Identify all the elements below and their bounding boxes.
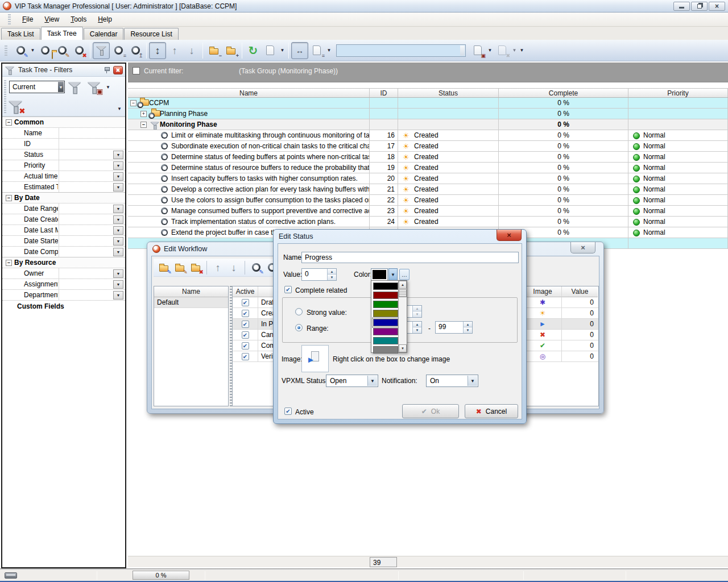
filter-row-date-range[interactable]: Date Range▼ (2, 203, 125, 214)
filter-preset-combobox[interactable]: Current ▼ (9, 81, 65, 93)
move-up-button[interactable]: ↑ (166, 42, 183, 59)
delete-report-dropdown[interactable]: ▼ (511, 42, 518, 59)
column-header-name[interactable]: Name (128, 89, 370, 97)
filter-row-status[interactable]: Status▼ (2, 149, 125, 160)
scroll-down-icon[interactable]: ▼ (399, 344, 407, 352)
delete-report-button[interactable]: ✖ (494, 42, 511, 59)
name-input[interactable]: Progress (301, 252, 519, 263)
menu-tools[interactable]: Tools (65, 14, 92, 25)
toolbar-overflow[interactable]: ▼ (518, 42, 526, 59)
expand-box[interactable]: − (140, 122, 147, 128)
active-checkbox[interactable]: ✔ (242, 321, 249, 328)
filters-close-button[interactable]: ✖ (113, 66, 123, 74)
active-checkbox[interactable]: ✔ (242, 331, 249, 339)
color-swatch[interactable] (371, 268, 388, 281)
value-spinner[interactable]: 0 ▲▼ (301, 268, 337, 281)
filter-row-actual-time[interactable]: Actual time▼ (2, 171, 125, 181)
export-dropdown[interactable]: ▼ (279, 42, 286, 59)
new-workflow-button[interactable]: ✎ (156, 260, 172, 275)
notification-select[interactable]: On ▼ (426, 375, 478, 387)
filter-dropdown-button[interactable]: ▼ (113, 172, 123, 181)
move-status-up-button[interactable]: ↑ (210, 260, 226, 275)
filter-row-owner[interactable]: Owner▼ (2, 268, 125, 278)
report-dropdown[interactable]: ▼ (325, 42, 333, 59)
palette-color[interactable] (373, 282, 398, 290)
active-checkbox[interactable]: ✔ (242, 299, 249, 306)
move-status-down-button[interactable]: ↓ (226, 260, 242, 275)
column-header-complete[interactable]: Complete (499, 89, 628, 97)
filter-dropdown-button[interactable]: ▼ (113, 280, 123, 289)
fit-columns-button[interactable]: ↔ (291, 42, 308, 59)
filter-row-estimated-time[interactable]: Estimated Time▼ (2, 181, 125, 192)
column-header-priority[interactable]: Priority (628, 89, 728, 97)
active-checkbox[interactable]: ✔ (284, 408, 292, 415)
column-header-id[interactable]: ID (370, 89, 398, 97)
color-combobox[interactable]: ▼ … (371, 268, 410, 281)
spin-down-icon[interactable]: ▼ (328, 275, 336, 280)
filter-row-id[interactable]: ID (2, 138, 125, 149)
task-row[interactable]: Develop a corrective action plan for eve… (128, 184, 728, 195)
apply-filter-button[interactable] (68, 81, 81, 93)
spin-up-icon[interactable]: ▲ (464, 322, 472, 327)
menu-view[interactable]: View (39, 14, 65, 25)
palette-color[interactable] (373, 292, 398, 299)
move-down-button[interactable]: ↓ (183, 42, 200, 59)
task-order-button[interactable]: ↥ (127, 42, 144, 59)
task-row[interactable]: Manage consumed buffers to support preve… (128, 206, 728, 217)
collapse-icon[interactable]: − (6, 195, 12, 201)
cancel-button[interactable]: ✖ Cancel (465, 404, 518, 418)
edit-task-button[interactable]: ✎ (53, 42, 71, 59)
save-report-dropdown[interactable]: ▼ (486, 42, 494, 59)
scroll-thumb[interactable] (399, 289, 407, 297)
refresh-button[interactable]: ↻ (245, 42, 262, 59)
edit-workflow-button[interactable]: ✎ (172, 260, 188, 275)
filters-options-dropdown[interactable]: ▼ (117, 106, 122, 111)
filter-row-assignment[interactable]: Assignment▼ (2, 278, 125, 289)
task-row[interactable]: Determine status of resource buffers to … (128, 163, 728, 173)
collapse-icon[interactable]: − (6, 260, 12, 266)
edit-status-titlebar[interactable]: Edit Status (274, 230, 526, 243)
task-row[interactable]: Use the colors to assign buffer consumpt… (128, 195, 728, 206)
tab-calendar[interactable]: Calendar (84, 28, 124, 40)
palette-color[interactable] (373, 337, 398, 344)
filter-dropdown-button[interactable]: ▼ (113, 248, 123, 256)
palette-color[interactable] (373, 310, 398, 317)
filter-dropdown-button[interactable]: ▼ (113, 183, 123, 192)
export-button[interactable] (262, 42, 279, 59)
filter-row-department[interactable]: Department▼ (2, 289, 125, 300)
menu-help[interactable]: Help (92, 14, 118, 25)
spin-up-icon[interactable]: ▲ (413, 322, 421, 327)
expand-box[interactable]: − (130, 100, 136, 106)
filter-row-priority[interactable]: Priority▼ (2, 160, 125, 171)
window-titlebar[interactable]: ✓ VIP Task Manager Professional [ User: … (0, 0, 728, 13)
strong-value-radio[interactable] (295, 308, 303, 315)
collapse-tree-button[interactable]: − (205, 42, 222, 59)
filter-dropdown-button[interactable]: ▼ (113, 226, 123, 235)
filter-dropdown-button[interactable]: ▼ (113, 205, 123, 213)
task-row[interactable]: −Monitoring Phase0 % (128, 119, 728, 130)
spin-down-icon[interactable]: ▼ (413, 327, 421, 333)
tab-task-tree[interactable]: Task Tree (41, 27, 83, 40)
filter-section-custom-fields[interactable]: Custom Fields (2, 300, 125, 311)
task-row[interactable]: Determine status of feeding buffers at p… (128, 152, 728, 163)
filter-row-date-last-modified[interactable]: Date Last Modified▼ (2, 225, 125, 235)
filter-row-date-created[interactable]: Date Created▼ (2, 214, 125, 225)
status-image-box[interactable]: ► (301, 345, 329, 372)
palette-color[interactable] (373, 301, 398, 308)
active-column-header[interactable]: Active (233, 286, 258, 297)
filter-toggle-button[interactable] (93, 42, 110, 59)
vpxml-select[interactable]: Open ▼ (326, 375, 378, 387)
filter-dropdown-button[interactable]: ▼ (113, 291, 123, 300)
filter-dropdown-button[interactable]: ▼ (113, 151, 123, 159)
delete-workflow-button[interactable]: ✖ (188, 260, 204, 275)
current-filter-checkbox[interactable] (133, 67, 140, 74)
filter-section-common[interactable]: −Common (2, 117, 125, 127)
task-row[interactable]: Limit or eliminate multitasking through … (128, 130, 728, 141)
active-checkbox[interactable]: ✔ (242, 353, 249, 360)
expand-collapse-all-button[interactable]: ↕ (149, 42, 166, 59)
clear-filter-button[interactable]: ✖ (9, 100, 22, 113)
task-row[interactable]: Track implementation status of correctiv… (128, 217, 728, 227)
filter-row-date-started[interactable]: Date Started▼ (2, 235, 125, 246)
active-checkbox[interactable]: ✔ (242, 342, 249, 350)
task-details-button[interactable]: ≡ (110, 42, 127, 59)
